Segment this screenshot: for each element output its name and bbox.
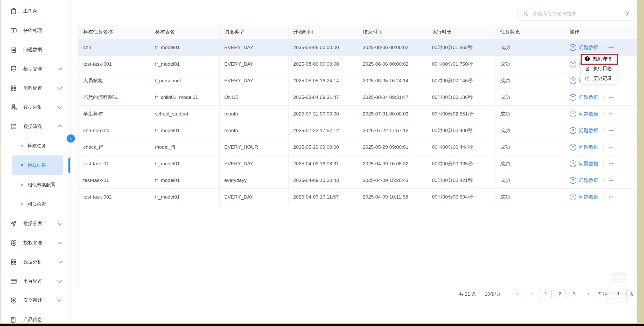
sidebar-item-label: 数据采集: [23, 104, 42, 110]
sidebar-item-4[interactable]: 流程配置: [1, 78, 70, 98]
sidebar-item-7[interactable]: 数据分发: [1, 214, 70, 233]
sidebar-item-11[interactable]: 安全审计: [1, 291, 70, 310]
sidebar-subitem-label: 检核任务: [27, 143, 46, 149]
cell-actions: ?问题数据•••: [565, 122, 637, 139]
chevron-down-icon: [57, 278, 62, 283]
cell-actions: ?问题数据•••: [565, 139, 637, 155]
more-actions-button[interactable]: •••: [608, 112, 614, 116]
cell-table: model_fff: [150, 139, 220, 155]
bullet-dot-icon: [21, 184, 23, 186]
table-row: test-task-01fr_model01everydayy2025-04-0…: [79, 172, 637, 189]
sidebar-item-2[interactable]: 问题数据: [1, 40, 70, 59]
database-icon: [10, 65, 17, 72]
sidebar-item-5[interactable]: 数据采集: [1, 98, 70, 117]
problem-data-link[interactable]: 问题数据: [579, 194, 598, 200]
table-row: chn-no-datafr_model01month2025-07-22 17:…: [79, 122, 637, 139]
divider: [603, 128, 604, 133]
problem-data-link[interactable]: 问题数据: [579, 44, 598, 51]
more-actions-button[interactable]: •••: [608, 161, 614, 166]
cell-name: 人员核检: [79, 72, 150, 89]
cell-schedule: month: [220, 106, 289, 122]
cell-duration: 00时00分00.146秒: [427, 72, 495, 89]
chevron-down-icon: [57, 259, 62, 263]
sidebar-item-8[interactable]: 授权管理: [1, 233, 70, 252]
page-suffix-label: 页: [629, 291, 634, 297]
question-circle-icon: ?: [570, 61, 576, 67]
cell-schedule: EVERY_DAY: [220, 189, 289, 205]
cell-start: 2025-07-31 00:00:00: [289, 106, 358, 122]
cell-duration: 00时00分00.421秒: [427, 172, 495, 188]
sidebar-item-9[interactable]: 数据分析: [1, 252, 70, 271]
sidebar-subitem-6-3[interactable]: 相似检索: [12, 194, 63, 214]
divider: [603, 144, 604, 150]
cell-table: fr_model01: [150, 39, 220, 56]
cell-schedule: EVERY_HOUR: [220, 139, 289, 155]
problem-data-link[interactable]: 问题数据: [579, 144, 598, 151]
sidebar-item-12[interactable]: 产品信息: [1, 310, 70, 323]
page-button-2[interactable]: 2: [554, 289, 566, 299]
page-button-1[interactable]: 1: [540, 289, 551, 299]
more-actions-button[interactable]: •••: [608, 178, 614, 182]
page-size-select[interactable]: 10条/页: [481, 289, 523, 299]
next-page-button[interactable]: ›: [583, 289, 594, 299]
cell-schedule: EVERY_DAY: [220, 72, 289, 89]
sidebar-collapse-button[interactable]: ‹: [67, 134, 75, 142]
filter-icon[interactable]: [624, 11, 629, 17]
cell-start: 2025-04-09 16:08:31: [289, 155, 358, 172]
sidebar-subitem-6-1[interactable]: 检核结果: [12, 155, 63, 175]
sidebar-subitem-6-2[interactable]: 相似检索配置: [12, 175, 63, 194]
more-actions-button[interactable]: •••: [608, 45, 614, 50]
problem-data-link[interactable]: 问题数据: [579, 177, 598, 184]
cell-end: 2025-07-22 17:57:12: [358, 122, 427, 139]
table-row: test-task-01fr_model01EVERY_DAY2025-04-0…: [79, 155, 637, 172]
goto-page-input[interactable]: [610, 289, 627, 299]
sidebar-item-label: 产品信息: [23, 316, 42, 323]
chevron-down-icon: [57, 66, 62, 70]
prev-page-button[interactable]: ‹: [526, 289, 537, 299]
menu-item-1[interactable]: 执行日志: [581, 64, 617, 73]
total-count-label: 共 21 条: [459, 291, 476, 297]
sidebar-item-6[interactable]: 数据清洗: [1, 117, 70, 136]
menu-item-0[interactable]: i规则详情: [581, 54, 617, 64]
question-circle-icon: ?: [570, 94, 576, 101]
sidebar-item-10[interactable]: 平台配置: [1, 271, 70, 291]
cell-schedule: everydayy: [220, 172, 289, 188]
problem-data-link[interactable]: 问题数据: [579, 127, 598, 134]
menu-item-2[interactable]: 历史记录: [581, 73, 617, 83]
cell-name: test-task-01: [79, 155, 150, 172]
more-actions-button[interactable]: •••: [608, 95, 614, 99]
sidebar-item-3[interactable]: 模型管理: [1, 59, 70, 78]
sidebar-item-label: 问题数据: [23, 46, 42, 53]
sidebar-item-0[interactable]: 工作台: [1, 2, 70, 21]
cell-duration: 00时00分01.750秒: [427, 56, 495, 72]
send-icon: [10, 220, 17, 227]
page-button-3[interactable]: 3: [569, 289, 580, 299]
sidebar-subitem-label: 相似检索: [27, 201, 46, 207]
cell-schedule: EVERY_DAY: [220, 56, 289, 72]
more-actions-button[interactable]: •••: [608, 145, 614, 149]
problem-data-link[interactable]: 问题数据: [579, 160, 598, 167]
sidebar-subitem-6-0[interactable]: 检核任务: [12, 136, 63, 155]
chevron-down-icon: [57, 297, 62, 302]
search-input[interactable]: [532, 11, 621, 17]
page-number-buttons: 123: [540, 289, 580, 299]
cell-duration: 00时00分00.444秒: [427, 139, 495, 155]
question-circle-icon: ?: [570, 44, 576, 51]
column-header-6: 任务状态: [495, 25, 565, 39]
submenu: 检核任务检核结果相似检索配置相似检索: [1, 136, 70, 214]
divider: [603, 94, 604, 100]
more-actions-button[interactable]: •••: [608, 195, 614, 199]
question-circle-icon: ?: [570, 160, 576, 167]
sidebar-item-label: 数据清洗: [23, 123, 42, 130]
sidebar-item-label: 任务处理: [23, 27, 42, 33]
more-actions-button[interactable]: •••: [608, 128, 614, 133]
problem-data-link[interactable]: 问题数据: [579, 111, 598, 117]
cell-name: chn-no-data: [79, 122, 150, 139]
cell-actions: ?问题数据•••: [565, 89, 637, 105]
cell-end: 2025-08-06 00:00:02: [358, 56, 427, 72]
sidebar-item-1[interactable]: 任务处理: [1, 21, 70, 40]
book-icon: [10, 27, 17, 34]
info-circle-icon: i: [585, 56, 590, 61]
cell-start: 2025-07-22 17:57:12: [289, 122, 358, 139]
problem-data-link[interactable]: 问题数据: [579, 94, 598, 101]
